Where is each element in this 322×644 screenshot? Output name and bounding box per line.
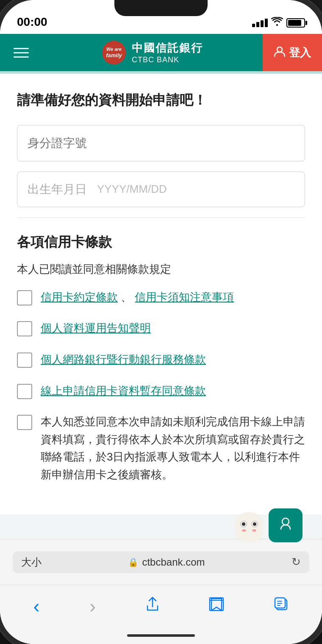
content-inner: 請準備好您的資料開始申請吧！ 出生年月日 YYYY/MM/DD 各項信用卡條款 … xyxy=(0,74,322,514)
signal-icon xyxy=(252,19,268,27)
owl-eye-left xyxy=(240,521,247,527)
bank-name-en: CTBC BANK xyxy=(132,56,203,64)
tabs-button[interactable] xyxy=(266,593,297,619)
link-online-apply-terms[interactable]: 線上申請信用卡資料暫存同意條款 xyxy=(41,384,206,397)
reload-button[interactable]: ↻ xyxy=(291,555,301,569)
checkbox-3[interactable] xyxy=(17,353,32,368)
dob-label: 出生年月日 xyxy=(28,181,87,197)
checkbox-item-1: 信用卡約定條款 、 信用卡須知注意事項 xyxy=(17,289,305,306)
wifi-icon xyxy=(271,17,283,29)
checkbox-5-text: 本人知悉並同意本次申請如未順利完成信用卡線上申請資料填寫，貴行得依本人於本次所填… xyxy=(41,413,305,483)
phone-screen: 00:00 xyxy=(0,0,322,644)
svg-point-0 xyxy=(276,24,278,26)
menu-button[interactable] xyxy=(0,48,42,58)
link-personal-data[interactable]: 個人資料運用告知聲明 xyxy=(41,322,151,334)
chat-button[interactable] xyxy=(269,508,303,542)
hamburger-icon xyxy=(14,48,29,58)
checkbox-5-plain-text: 本人知悉並同意本次申請如未順利完成信用卡線上申請資料填寫，貴行得依本人於本次所填… xyxy=(41,415,305,481)
bookmarks-button[interactable] xyxy=(200,593,233,619)
checkbox-item-5: 本人知悉並同意本次申請如未順利完成信用卡線上申請資料填寫，貴行得依本人於本次所填… xyxy=(17,413,305,483)
content-area: 請準備好您的資料開始申請吧！ 出生年月日 YYYY/MM/DD 各項信用卡條款 … xyxy=(0,74,322,539)
separator-1: 、 xyxy=(121,291,132,303)
back-button[interactable]: ‹ xyxy=(25,591,48,621)
dob-field[interactable]: 出生年月日 YYYY/MM/DD xyxy=(17,172,305,207)
checkbox-item-2: 個人資料運用告知聲明 xyxy=(17,319,305,337)
browser-url-text: ctbcbank.com xyxy=(142,556,205,568)
owl-mascot xyxy=(235,512,269,546)
login-button[interactable]: 登入 xyxy=(263,34,322,71)
browser-bar: 大小 🔒 ctbcbank.com ↻ xyxy=(0,539,322,585)
login-text: 登入 xyxy=(289,45,311,60)
divider xyxy=(17,217,305,218)
logo-circle: We are family xyxy=(102,41,126,64)
checkbox-item-3: 個人網路銀行暨行動銀行服務條款 xyxy=(17,351,305,369)
page-title: 請準備好您的資料開始申請吧！ xyxy=(17,91,305,110)
home-indicator xyxy=(0,627,322,644)
link-credit-card-notice[interactable]: 信用卡須知注意事項 xyxy=(135,291,234,303)
bank-name: 中國信託銀行 CTBC BANK xyxy=(132,41,203,64)
bank-name-zh: 中國信託銀行 xyxy=(132,41,203,56)
section-subtitle: 本人已閱讀並同意相關條款規定 xyxy=(17,262,305,277)
checkbox-5[interactable] xyxy=(17,415,32,430)
owl-blush-right xyxy=(252,529,256,532)
login-icon xyxy=(274,45,286,60)
bottom-nav: ‹ › xyxy=(0,585,322,627)
checkbox-1-text: 信用卡約定條款 、 信用卡須知注意事項 xyxy=(41,289,234,306)
checkbox-2-text: 個人資料運用告知聲明 xyxy=(41,319,151,337)
id-number-input[interactable] xyxy=(17,125,305,161)
checkbox-item-4: 線上申請信用卡資料暫存同意條款 xyxy=(17,382,305,400)
phone-frame: 00:00 xyxy=(0,0,322,644)
url-center: 🔒 ctbcbank.com xyxy=(128,556,205,568)
url-bar[interactable]: 大小 🔒 ctbcbank.com ↻ xyxy=(13,551,309,573)
checkbox-4[interactable] xyxy=(17,384,32,399)
forward-button[interactable]: › xyxy=(81,591,104,621)
svg-point-1 xyxy=(277,47,282,52)
owl-pupil-left xyxy=(242,522,245,526)
notch xyxy=(114,0,208,16)
svg-point-2 xyxy=(282,518,289,525)
dob-placeholder: YYYY/MM/DD xyxy=(97,183,167,196)
owl-blush xyxy=(242,529,256,532)
owl-eye-right xyxy=(251,521,258,527)
link-credit-card-terms[interactable]: 信用卡約定條款 xyxy=(41,291,118,303)
owl-eyes xyxy=(240,521,258,527)
lock-icon: 🔒 xyxy=(128,557,139,567)
owl-pupil-right xyxy=(253,522,256,526)
chat-icon xyxy=(278,516,294,536)
owl-blush-left xyxy=(242,529,246,532)
checkbox-4-text: 線上申請信用卡資料暫存同意條款 xyxy=(41,382,206,400)
checkbox-1[interactable] xyxy=(17,290,32,305)
section-title: 各項信用卡條款 xyxy=(17,233,305,252)
link-banking-terms[interactable]: 個人網路銀行暨行動銀行服務條款 xyxy=(41,353,206,366)
owl-body xyxy=(235,512,264,542)
checkbox-3-text: 個人網路銀行暨行動銀行服務條款 xyxy=(41,351,206,369)
browser-size-label: 大小 xyxy=(21,555,42,569)
status-icons xyxy=(252,17,305,29)
status-time: 00:00 xyxy=(17,15,47,29)
home-bar xyxy=(127,634,195,637)
header-logo: We are family 中國信託銀行 CTBC BANK xyxy=(102,41,203,64)
battery-icon xyxy=(286,18,305,28)
share-button[interactable] xyxy=(137,592,168,620)
checkbox-2[interactable] xyxy=(17,321,32,336)
app-header: We are family 中國信託銀行 CTBC BANK 登入 xyxy=(0,34,322,71)
logo-text: We are family xyxy=(106,47,122,59)
